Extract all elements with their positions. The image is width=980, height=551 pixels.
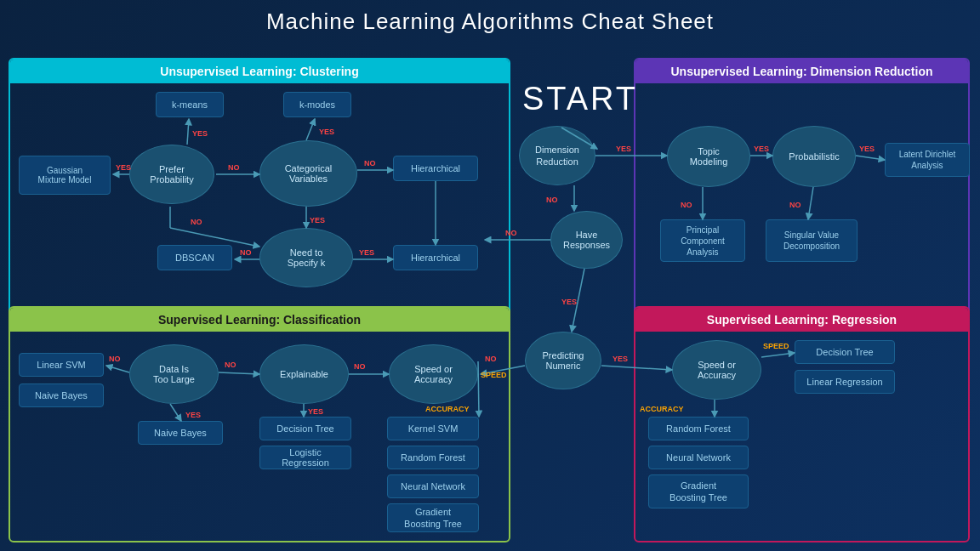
predicting-numeric-node: Predicting Numeric (525, 332, 601, 389)
svg-text:YES: YES (561, 298, 577, 306)
reduction-section: Unsupervised Learning: Dimension Reducti… (634, 58, 970, 321)
have-responses-node: Have Responses (550, 211, 623, 269)
page-title: Machine Learning Algorithms Cheat Sheet (12, 9, 968, 35)
reduction-header: Unsupervised Learning: Dimension Reducti… (635, 60, 968, 83)
random-forest-left-node: Random Forest (387, 446, 479, 469)
regression-header: Supervised Learning: Regression (635, 308, 968, 332)
kernel-svm-node: Kernel SVM (387, 417, 479, 440)
dbscan-node: DBSCAN (157, 245, 232, 270)
svg-text:YES: YES (612, 355, 628, 363)
explainable-node: Explainable (259, 344, 349, 404)
svg-line-25 (572, 269, 584, 332)
clustering-header: Unsupervised Learning: Clustering (10, 60, 509, 83)
categorical-variables-node: Categorical Variables (259, 140, 357, 207)
gradient-boosting-left-node: Gradient Boosting Tree (387, 503, 479, 532)
gradient-boosting-right-node: Gradient Boosting Tree (648, 474, 749, 508)
prefer-probability-node: Prefer Probability (129, 145, 214, 204)
data-is-too-large-node: Data Is Too Large (129, 344, 219, 404)
decision-tree-right-node: Decision Tree (795, 340, 895, 364)
neural-network-left-node: Neural Network (387, 474, 479, 498)
hierarchical-bottom-node: Hierarchical (393, 245, 478, 270)
need-to-specify-k-node: Need to Specify k (259, 228, 353, 287)
k-modes-node: k-modes (283, 92, 351, 117)
naive-bayes-bottom-node: Naive Bayes (138, 421, 223, 445)
naive-bayes-top-node: Naive Bayes (19, 383, 104, 407)
start-label: START (522, 81, 638, 117)
gaussian-mixture-node: Gaussian Mixture Model (19, 156, 111, 195)
random-forest-right-node: Random Forest (648, 417, 749, 440)
probabilistic-node: Probabilistic (772, 126, 856, 187)
dimension-reduction-node: Dimension Reduction (519, 126, 595, 185)
speed-or-accuracy-right-node: Speed or Accuracy (672, 340, 761, 400)
latent-dirichlet-node: Latent Dirichlet Analysis (885, 143, 970, 177)
k-means-node: k-means (156, 92, 224, 117)
linear-regression-node: Linear Regression (795, 370, 895, 394)
pca-node: Principal Component Analysis (660, 219, 745, 262)
logistic-regression-node: Logistic Regression (259, 446, 351, 469)
topic-modeling-node: Topic Modeling (667, 126, 750, 187)
neural-network-right-node: Neural Network (648, 446, 749, 469)
hierarchical-top-node: Hierarchical (393, 156, 478, 181)
linear-svm-node: Linear SVM (19, 353, 104, 377)
svd-node: Singular Value Decomposition (766, 219, 858, 262)
speed-or-accuracy-left-node: Speed or Accuracy (389, 344, 478, 404)
classification-header: Supervised Learning: Classification (10, 308, 509, 332)
svg-text:YES: YES (616, 145, 631, 153)
page: Machine Learning Algorithms Cheat Sheet … (0, 0, 980, 551)
decision-tree-left-node: Decision Tree (259, 417, 351, 440)
svg-text:NO: NO (546, 196, 558, 204)
